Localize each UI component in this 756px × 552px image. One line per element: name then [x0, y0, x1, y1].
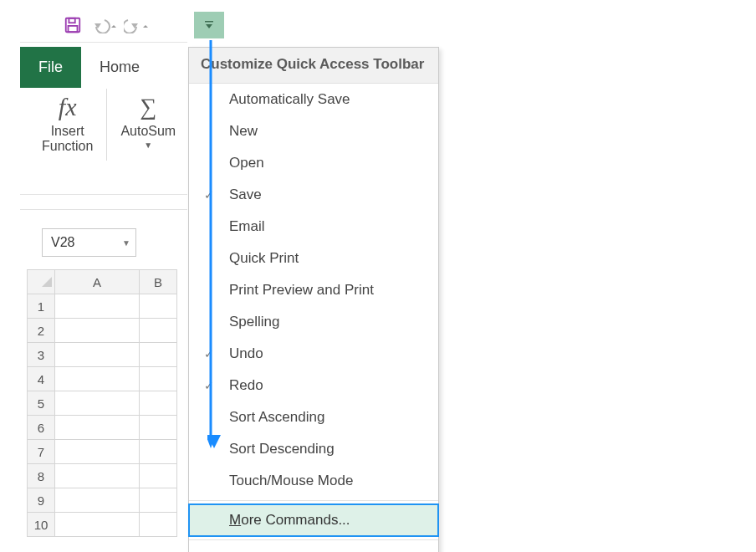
save-icon	[64, 16, 82, 34]
row-header[interactable]: 1	[28, 294, 55, 319]
divider	[106, 89, 107, 161]
insert-function-label: Insert Function	[42, 124, 93, 155]
row-header[interactable]: 2	[28, 319, 55, 343]
cell[interactable]	[140, 319, 177, 343]
menu-item-print-preview-and-print[interactable]: Print Preview and Print	[189, 274, 438, 306]
cell[interactable]	[140, 416, 177, 440]
name-box-value: V28	[51, 235, 74, 250]
redo-icon	[124, 17, 149, 33]
row-header[interactable]: 8	[28, 464, 55, 488]
menu-item-touch-mouse-mode[interactable]: Touch/Mouse Mode	[189, 465, 438, 497]
menu-item-spelling[interactable]: Spelling	[189, 306, 438, 338]
chevron-down-icon: ▼	[144, 141, 152, 151]
menu-item-new[interactable]: New	[189, 115, 438, 147]
cell[interactable]	[55, 343, 140, 367]
menu-item-sort-descending[interactable]: Sort Descending	[189, 433, 438, 465]
customize-qat-icon	[203, 19, 215, 31]
svg-rect-1	[69, 18, 74, 23]
menu-item-label: Undo	[229, 345, 263, 362]
tab-home[interactable]: Home	[81, 47, 158, 88]
menu-item-automatically-save[interactable]: Automatically Save	[189, 84, 438, 115]
menu-item-label: More Commands...	[229, 512, 350, 529]
divider	[20, 209, 187, 210]
menu-item-open[interactable]: Open	[189, 147, 438, 179]
row-header[interactable]: 10	[28, 513, 55, 537]
svg-rect-3	[205, 21, 213, 23]
quick-access-toolbar	[59, 12, 151, 38]
check-icon: ✓	[189, 379, 229, 392]
row-header[interactable]: 6	[28, 416, 55, 440]
row-header[interactable]: 5	[28, 391, 55, 416]
menu-item-label: Sort Descending	[229, 441, 335, 457]
cell[interactable]	[55, 416, 140, 440]
name-box[interactable]: V28 ▼	[42, 228, 136, 257]
menu-item-email[interactable]: Email	[189, 211, 438, 243]
cell[interactable]	[140, 464, 177, 488]
menu-item-label: Save	[229, 187, 262, 203]
menu-item-label: New	[229, 123, 258, 140]
cell[interactable]	[55, 391, 140, 416]
menu-item-label: Email	[229, 218, 265, 235]
cell[interactable]	[140, 343, 177, 367]
svg-rect-2	[69, 26, 78, 32]
tab-file[interactable]: File	[20, 47, 81, 88]
divider	[20, 194, 187, 195]
autosum-label: AutoSum	[120, 124, 176, 139]
check-icon: ✓	[189, 347, 229, 360]
column-header[interactable]: A	[55, 270, 140, 294]
check-icon: ✓	[189, 188, 229, 202]
menu-item-show-below-ribbon[interactable]: Show Below the Ribbon	[189, 544, 438, 552]
row-header[interactable]: 7	[28, 440, 55, 464]
cell[interactable]	[55, 367, 140, 391]
chevron-down-icon: ▼	[122, 238, 130, 248]
qat-undo-button[interactable]	[90, 12, 119, 38]
menu-item-label: Print Preview and Print	[229, 282, 374, 299]
row-header[interactable]: 3	[28, 343, 55, 367]
customize-qat-menu: Customize Quick Access Toolbar Automatic…	[188, 47, 439, 552]
menu-item-label: Redo	[229, 377, 263, 394]
ribbon-group-functions: fx Insert Function ∑ AutoSum ▼	[33, 89, 190, 161]
menu-item-label: Automatically Save	[229, 91, 350, 108]
qat-customize-button[interactable]	[194, 12, 224, 38]
column-header[interactable]: B	[140, 270, 177, 294]
insert-function-button[interactable]: fx Insert Function	[33, 89, 101, 158]
ribbon-tabs: File Home	[20, 47, 158, 88]
cell[interactable]	[140, 488, 177, 513]
menu-item-redo[interactable]: ✓Redo	[189, 370, 438, 401]
menu-item-quick-print[interactable]: Quick Print	[189, 243, 438, 274]
select-all-corner[interactable]	[28, 270, 55, 294]
divider	[20, 42, 187, 43]
divider	[189, 539, 438, 540]
fx-icon: fx	[59, 92, 77, 122]
menu-item-label: Open	[229, 155, 264, 171]
menu-item-label: Touch/Mouse Mode	[229, 473, 353, 489]
row-header[interactable]: 4	[28, 367, 55, 391]
cell[interactable]	[55, 294, 140, 319]
qat-save-button[interactable]	[59, 12, 87, 38]
menu-item-sort-ascending[interactable]: Sort Ascending	[189, 401, 438, 433]
divider	[189, 500, 438, 501]
menu-item-label: Sort Ascending	[229, 409, 324, 426]
sigma-icon: ∑	[140, 92, 156, 122]
cell[interactable]	[140, 367, 177, 391]
cell[interactable]	[55, 464, 140, 488]
menu-item-more-commands[interactable]: More Commands...	[189, 504, 438, 536]
cell[interactable]	[55, 513, 140, 537]
menu-item-label: Quick Print	[229, 250, 299, 267]
undo-icon	[92, 17, 117, 33]
cell[interactable]	[55, 488, 140, 513]
row-header[interactable]: 9	[28, 488, 55, 513]
autosum-button[interactable]: ∑ AutoSum ▼	[112, 89, 184, 154]
menu-title: Customize Quick Access Toolbar	[189, 48, 438, 84]
cell[interactable]	[55, 319, 140, 343]
menu-item-save[interactable]: ✓Save	[189, 179, 438, 211]
cell[interactable]	[55, 440, 140, 464]
cell[interactable]	[140, 294, 177, 319]
cell[interactable]	[140, 440, 177, 464]
menu-item-label: Spelling	[229, 314, 280, 330]
spreadsheet-grid[interactable]: A B 1 2 3 4 5 6 7 8 9 10	[27, 269, 177, 537]
menu-item-undo[interactable]: ✓Undo	[189, 338, 438, 370]
cell[interactable]	[140, 391, 177, 416]
cell[interactable]	[140, 513, 177, 537]
qat-redo-button[interactable]	[122, 12, 151, 38]
